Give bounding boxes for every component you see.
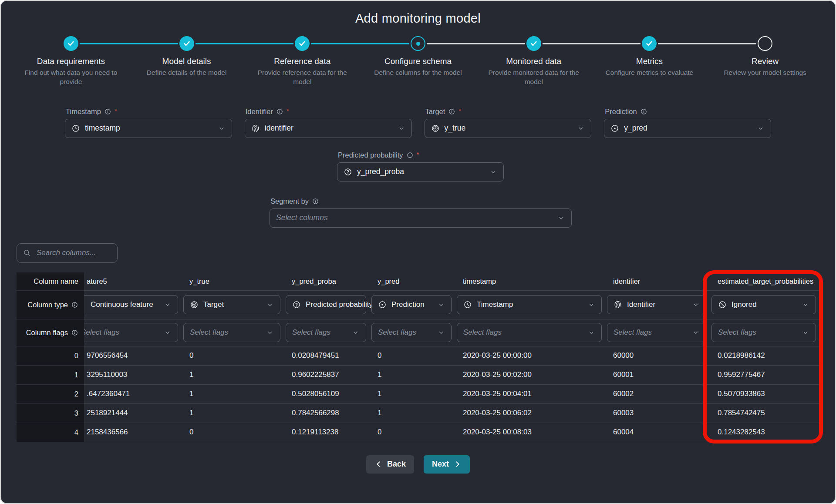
column-type-select-y-pred-proba[interactable]: Predicted probability <box>286 295 366 314</box>
column-type-select-y-pred[interactable]: Prediction <box>371 295 452 314</box>
target-icon <box>190 300 199 309</box>
type-cell-timestamp: Timestamp <box>457 291 607 319</box>
table-cell: 0.9592775467 <box>711 366 821 385</box>
segment-by-field: Segment by Select columns <box>270 197 572 228</box>
identifier-select[interactable]: identifier <box>245 119 412 138</box>
column-header-y-true: y_true <box>183 272 286 291</box>
predicted-probability-field: Predicted probability * y_pred_proba <box>337 151 504 181</box>
flags-cell-timestamp: Select flags <box>457 319 607 346</box>
info-icon[interactable] <box>406 151 414 159</box>
chevron-down-icon <box>266 301 274 309</box>
table-cell: 1 <box>183 404 286 423</box>
table-cell: 1 <box>371 366 457 385</box>
prediction-label-row: Prediction <box>605 108 771 116</box>
column-flags-select-estimated-target-probabilities[interactable]: Select flags <box>711 323 816 342</box>
step-description: Provide monitored data for the model <box>479 68 588 87</box>
step-metrics[interactable]: Metrics Configure metrics to evaluate <box>592 36 708 87</box>
next-button-label: Next <box>432 460 449 469</box>
step-review[interactable]: Review Review your model settings <box>707 36 823 87</box>
step-title: Data requirements <box>13 57 129 66</box>
row-label-column-type: Column type <box>17 291 84 319</box>
identifier-field: Identifier * identifier <box>245 108 412 138</box>
step-configure-schema[interactable]: Configure schema Define columns for the … <box>360 36 476 87</box>
step-title: Monitored data <box>476 57 592 66</box>
step-data-requirements[interactable]: Data requirements Find out what data you… <box>13 36 129 87</box>
flags-cell-y-true: Select flags <box>183 319 286 346</box>
step-current-circle <box>411 36 425 51</box>
row-index: 2 <box>17 385 84 404</box>
next-button[interactable]: Next <box>424 455 470 474</box>
chevron-left-icon <box>374 460 383 468</box>
step-monitored-data[interactable]: Monitored data Provide monitored data fo… <box>476 36 592 87</box>
required-asterisk: * <box>287 107 289 114</box>
timestamp-field: Timestamp * timestamp <box>65 108 232 138</box>
question-icon <box>344 168 352 176</box>
column-flags-select-y-pred-proba[interactable]: Select flags <box>286 323 366 342</box>
chevron-down-icon <box>692 329 700 336</box>
required-asterisk: * <box>417 151 419 158</box>
info-icon[interactable] <box>448 108 455 115</box>
field-label: Prediction <box>605 108 637 116</box>
field-label: Identifier <box>246 108 273 116</box>
fingerprint-icon <box>251 124 260 133</box>
info-icon[interactable] <box>104 108 111 115</box>
row-index: 1 <box>17 366 84 385</box>
chevron-down-icon <box>489 168 497 176</box>
target-icon <box>431 124 440 133</box>
search-columns-input[interactable] <box>36 248 111 258</box>
info-icon[interactable] <box>71 329 78 336</box>
type-cell-estimated-target-probabilities: Ignored <box>711 291 821 319</box>
step-model-details[interactable]: Model details Define details of the mode… <box>129 36 245 87</box>
column-type-select-identifier[interactable]: Identifier <box>607 295 706 314</box>
field-label: Segment by <box>270 197 309 205</box>
column-type-select-feature5[interactable]: Continuous feature <box>84 295 178 314</box>
column-flags-select-y-pred[interactable]: Select flags <box>371 323 452 342</box>
column-flags-select-feature5[interactable]: Select flags <box>84 323 178 342</box>
table-cell: 0.0208479451 <box>286 346 371 366</box>
prediction-select[interactable]: y_pred <box>604 119 771 138</box>
info-icon[interactable] <box>71 301 78 309</box>
column-type-select-estimated-target-probabilities[interactable]: Ignored <box>711 295 816 314</box>
info-icon[interactable] <box>640 108 647 115</box>
column-type-select-timestamp[interactable]: Timestamp <box>457 295 602 314</box>
info-icon[interactable] <box>276 108 283 115</box>
column-flags-select-identifier[interactable]: Select flags <box>607 323 706 342</box>
prediction-icon <box>378 300 387 309</box>
step-title: Configure schema <box>360 57 476 66</box>
step-check-circle <box>64 36 78 51</box>
column-flags-select-timestamp[interactable]: Select flags <box>457 323 602 342</box>
table-cell: 60003 <box>607 404 711 423</box>
step-reference-data[interactable]: Reference data Provide reference data fo… <box>244 36 360 87</box>
check-icon <box>67 39 75 48</box>
step-title: Metrics <box>592 57 708 66</box>
column-flags-select-y-true[interactable]: Select flags <box>183 323 280 342</box>
clock-icon <box>463 300 472 309</box>
row-label-column-name: Column name <box>17 272 84 291</box>
table-cell: 0.9602225837 <box>286 366 371 385</box>
step-title: Reference data <box>244 57 360 66</box>
target-select[interactable]: y_true <box>425 119 592 138</box>
chevron-down-icon <box>266 329 274 336</box>
table-cell: 0 <box>183 423 286 442</box>
predicted-probability-select[interactable]: y_pred_proba <box>337 162 504 181</box>
flags-cell-estimated-target-probabilities: Select flags <box>711 319 821 346</box>
timestamp-select[interactable]: timestamp <box>65 119 232 138</box>
table-cell: 2020-03-25 00:02:00 <box>457 366 607 385</box>
table-cell: 1 <box>371 404 457 423</box>
back-button[interactable]: Back <box>366 455 414 474</box>
table-cell: 0.0218986142 <box>711 346 821 366</box>
table-cell: 0.1243282543 <box>711 423 821 442</box>
chevron-down-icon <box>557 214 565 222</box>
row-index: 3 <box>17 404 84 423</box>
field-label: Predicted probability <box>338 151 403 159</box>
table-cell: 3295110003 <box>84 366 183 385</box>
flags-cell-y-pred: Select flags <box>371 319 457 346</box>
flags-cell-y-pred-proba: Select flags <box>286 319 371 346</box>
segment-by-select[interactable]: Select columns <box>270 208 572 228</box>
column-type-select-y-true[interactable]: Target <box>183 295 280 314</box>
type-cell-y-pred: Prediction <box>371 291 457 319</box>
chevron-down-icon <box>164 301 172 309</box>
chevron-right-icon <box>453 460 462 468</box>
column-header-y-pred: y_pred <box>371 272 457 291</box>
info-icon[interactable] <box>312 198 319 205</box>
